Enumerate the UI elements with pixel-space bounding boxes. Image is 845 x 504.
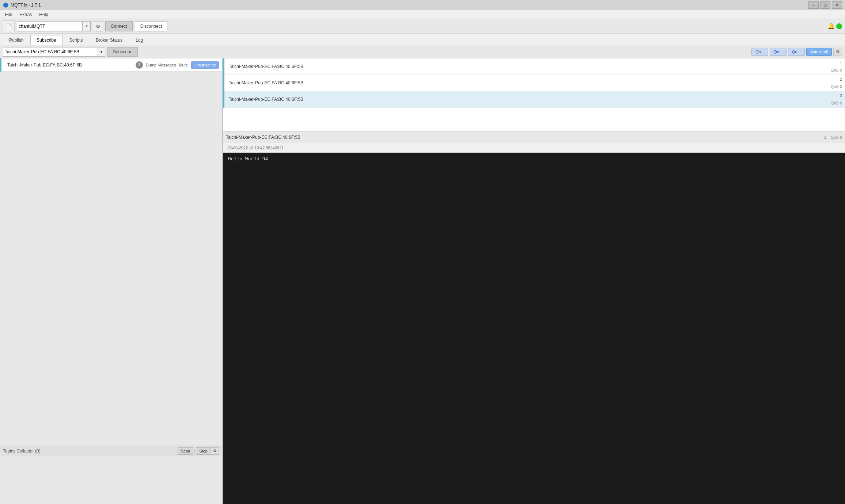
topic-input[interactable]: [3, 47, 98, 57]
left-panel: Taichi-Maker-Pub-EC:FA:BC:40:6F:5B 3 Dum…: [0, 58, 223, 504]
connection-status-indicator: [836, 23, 842, 29]
disconnect-button[interactable]: Disconnect: [135, 21, 167, 31]
topic-actions: Dump Messages Mute Unsubscribe: [146, 61, 219, 69]
title-bar: 🔵 MQTT.fx - 1.7.1 − □ ✕: [0, 0, 845, 10]
connection-dropdown: ▼: [17, 21, 91, 31]
message-number-3: 3: [840, 93, 842, 98]
message-color-bar: [223, 75, 224, 91]
connection-dropdown-arrow[interactable]: ▼: [83, 21, 91, 31]
message-detail-header: Taichi-Maker-Pub-EC:FA:BC:40:6F:5B 3 QoS…: [223, 131, 845, 143]
message-row-selected[interactable]: Taichi-Maker-Pub-EC:FA:BC:40:6F:5B 3 QoS…: [223, 91, 845, 108]
message-qos-1: QoS 0: [831, 68, 842, 72]
message-topic-1: Taichi-Maker-Pub-EC:FA:BC:40:6F:5B: [229, 64, 842, 69]
tab-bar: Publish Subscribe Scripts Broker Status …: [0, 34, 845, 45]
subscribe-settings-button[interactable]: ⚙: [833, 48, 842, 56]
subscribe-toolbar: ▼ Subscribe Qo... Qo... Qo... Autoscroll…: [0, 45, 845, 58]
app-icon: 🔵: [3, 3, 8, 8]
topic-dropdown-arrow[interactable]: ▼: [98, 47, 105, 57]
topics-collector-title: Topics Collector (0): [3, 448, 178, 454]
tab-subscribe[interactable]: Subscribe: [30, 35, 62, 45]
topic-input-wrap: ▼: [3, 47, 105, 57]
qos2-button[interactable]: Qo...: [788, 48, 805, 56]
detail-number: 3: [824, 135, 826, 140]
stop-button[interactable]: Stop: [196, 447, 211, 455]
qos-buttons: Qo... Qo... Qo... Autoscroll ⚙: [751, 48, 842, 56]
message-topic-3: Taichi-Maker-Pub-EC:FA:BC:40:6F:5B: [229, 97, 842, 102]
tab-broker-status[interactable]: Broker Status: [90, 35, 129, 45]
message-row[interactable]: Taichi-Maker-Pub-EC:FA:BC:40:6F:5B 1 QoS…: [223, 58, 845, 75]
close-button[interactable]: ✕: [832, 1, 842, 9]
detail-topic: Taichi-Maker-Pub-EC:FA:BC:40:6F:5B: [226, 135, 824, 140]
collector-settings-button[interactable]: ⚙: [211, 447, 219, 455]
minimize-button[interactable]: −: [808, 1, 819, 9]
message-color-bar: [223, 58, 224, 75]
dump-messages-button[interactable]: Dump Messages: [146, 63, 176, 67]
message-number-2: 2: [840, 77, 842, 81]
qos0-button[interactable]: Qo...: [751, 48, 768, 56]
message-list: Taichi-Maker-Pub-EC:FA:BC:40:6F:5B 1 QoS…: [223, 58, 845, 131]
window-title: 🔵 MQTT.fx - 1.7.1: [3, 3, 41, 8]
detail-qos: QoS 0: [831, 135, 842, 140]
qos1-button[interactable]: Qo...: [770, 48, 787, 56]
menu-file[interactable]: File: [1, 11, 16, 18]
message-number-1: 1: [840, 61, 842, 65]
status-icons: 🔔: [827, 23, 842, 30]
topic-subscription-item[interactable]: Taichi-Maker-Pub-EC:FA:BC:40:6F:5B 3 Dum…: [0, 58, 222, 72]
new-connection-icon[interactable]: 📄: [3, 20, 15, 32]
unsubscribe-button[interactable]: Unsubscribe: [191, 61, 219, 69]
window-controls: − □ ✕: [808, 1, 842, 9]
settings-button[interactable]: ⚙: [93, 21, 103, 31]
autoscroll-button[interactable]: Autoscroll: [806, 48, 832, 56]
toolbar: 📄 ▼ ⚙ Connect Disconnect 🔔: [0, 19, 845, 34]
notification-icon: 🔔: [827, 23, 835, 30]
right-panel: Taichi-Maker-Pub-EC:FA:BC:40:6F:5B 1 QoS…: [223, 58, 845, 504]
main-content: Taichi-Maker-Pub-EC:FA:BC:40:6F:5B 3 Dum…: [0, 58, 845, 504]
message-color-bar: [223, 91, 224, 108]
message-topic-2: Taichi-Maker-Pub-EC:FA:BC:40:6F:5B: [229, 80, 842, 85]
message-detail-meta: 26-06-2022 16:10:42.58242021: [223, 143, 845, 153]
message-detail: Taichi-Maker-Pub-EC:FA:BC:40:6F:5B 3 QoS…: [223, 131, 845, 504]
connection-select[interactable]: [17, 21, 83, 31]
message-row[interactable]: Taichi-Maker-Pub-EC:FA:BC:40:6F:5B 2 QoS…: [223, 75, 845, 91]
message-payload: Hello World 94: [223, 153, 845, 504]
menu-bar: File Extras Help: [0, 10, 845, 19]
topics-collector: Topics Collector (0) Scan | Stop ⚙: [0, 446, 222, 504]
scan-button[interactable]: Scan: [178, 447, 193, 455]
topic-message-count: 3: [136, 61, 143, 69]
tab-log[interactable]: Log: [129, 35, 149, 45]
topic-subscription-name: Taichi-Maker-Pub-EC:FA:BC:40:6F:5B: [7, 62, 136, 68]
message-timestamp: 26-06-2022 16:10:42.58242021: [227, 146, 284, 150]
message-qos-3: QoS 0: [831, 101, 842, 105]
mute-button[interactable]: Mute: [179, 63, 187, 67]
maximize-button[interactable]: □: [820, 1, 830, 9]
topics-collector-header: Topics Collector (0) Scan | Stop ⚙: [0, 446, 222, 456]
message-qos-2: QoS 0: [831, 84, 842, 89]
left-empty-area: [0, 72, 222, 446]
tab-scripts[interactable]: Scripts: [63, 35, 89, 45]
subscribe-button[interactable]: Subscribe: [107, 47, 138, 57]
topics-collector-body: [0, 456, 222, 504]
menu-extras[interactable]: Extras: [16, 11, 35, 18]
tab-publish[interactable]: Publish: [3, 35, 30, 45]
connect-button[interactable]: Connect: [105, 21, 133, 31]
topic-color-bar: [0, 58, 1, 72]
menu-help[interactable]: Help: [35, 11, 52, 18]
